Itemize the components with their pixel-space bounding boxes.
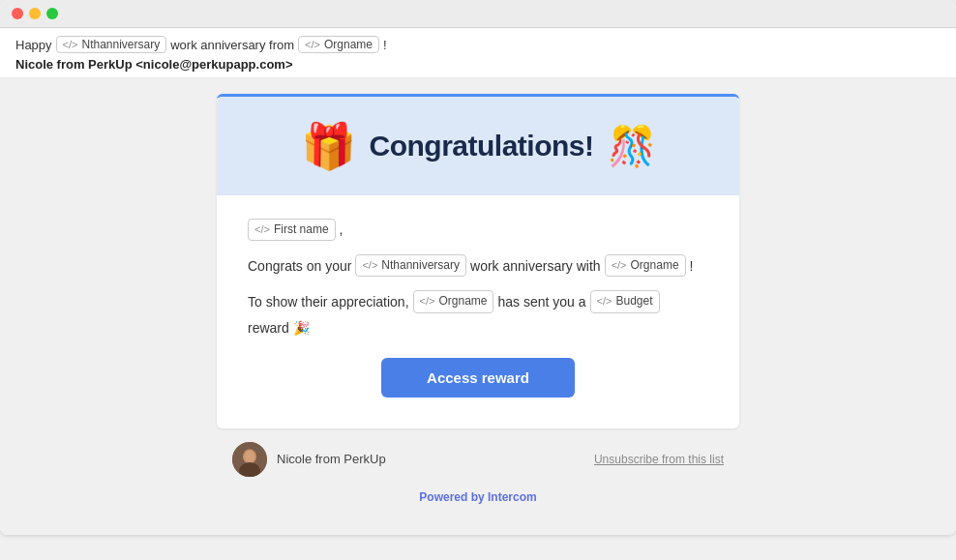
line3-prefix: To show their appreciation, — [248, 291, 409, 312]
tag-orgname-body2: </> Orgname — [413, 290, 494, 312]
email-line-2: Congrats on your </> Nthanniversary work… — [248, 254, 708, 277]
tag-budget: </> Budget — [590, 290, 660, 312]
code-icon: </> — [63, 39, 78, 50]
code-icon-5: </> — [612, 257, 627, 275]
tag-orgname-subject: </> Orgname — [298, 36, 379, 53]
email-card: 🎁 Congratulations! 🎊 </> First name , Co… — [217, 94, 739, 428]
tag-nthanniversary-body: </> Nthanniversary — [355, 254, 466, 277]
minimize-button[interactable] — [29, 8, 41, 19]
sender-name: Nicole from PerkUp — [277, 452, 386, 466]
gift-emoji: 🎁 — [301, 124, 356, 168]
email-subject: Happy </> Nthanniversary work anniversar… — [15, 36, 941, 53]
email-line-1: </> First name , — [248, 219, 708, 241]
tag-nthanniversary-subject: </> Nthanniversary — [56, 36, 167, 53]
congrats-text: Congratulations! — [370, 130, 594, 162]
avatar — [232, 442, 267, 477]
access-reward-button[interactable]: Access reward — [381, 358, 575, 398]
powered-by-prefix: Powered by — [419, 490, 484, 504]
code-icon-2: </> — [305, 39, 320, 50]
titlebar — [0, 0, 956, 28]
intercom-brand: Intercom — [488, 490, 537, 504]
code-icon-4: </> — [362, 257, 377, 275]
unsubscribe-link[interactable]: Unsubscribe from this list — [594, 453, 724, 466]
code-icon-7: </> — [597, 293, 612, 310]
code-icon-3: </> — [254, 221, 270, 239]
email-line-3: To show their appreciation, </> Orgname … — [248, 290, 708, 339]
line2-middle: work anniversary with — [470, 255, 601, 277]
close-button[interactable] — [12, 8, 23, 19]
powered-by: Powered by Intercom — [15, 481, 941, 519]
maximize-button[interactable] — [46, 8, 58, 19]
tag-orgname-body: </> Orgname — [605, 254, 686, 277]
subject-suffix: ! — [383, 38, 387, 52]
congrats-banner: 🎁 Congratulations! 🎊 — [217, 97, 739, 195]
svg-point-3 — [245, 451, 254, 462]
email-content: </> First name , Congrats on your </> Nt… — [217, 195, 739, 405]
party-popper-emoji: 🎊 — [608, 127, 656, 165]
subject-middle: work anniversary from — [170, 38, 294, 52]
line2-prefix: Congrats on your — [248, 255, 351, 277]
line2-suffix: ! — [690, 255, 694, 277]
tag-firstname: </> First name — [248, 219, 336, 241]
subject-happy: Happy — [15, 38, 52, 52]
email-body-wrapper: 🎁 Congratulations! 🎊 </> First name , Co… — [0, 78, 956, 535]
sender-info: Nicole from PerkUp — [232, 442, 386, 477]
app-window: Happy </> Nthanniversary work anniversar… — [0, 0, 956, 535]
email-footer: Nicole from PerkUp Unsubscribe from this… — [217, 428, 739, 481]
email-meta: Happy </> Nthanniversary work anniversar… — [0, 28, 956, 78]
email-from: Nicole from PerkUp <nicole@perkupapp.com… — [15, 57, 941, 72]
comma: , — [340, 219, 344, 240]
line3-middle: has sent you a — [497, 291, 585, 312]
line3-suffix: reward 🎉 — [248, 317, 310, 339]
code-icon-6: </> — [420, 293, 435, 310]
